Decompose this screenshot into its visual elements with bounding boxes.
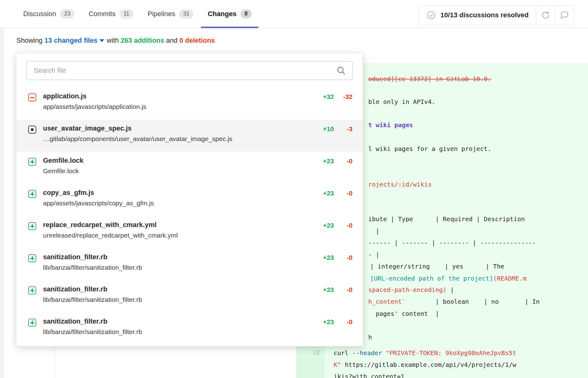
tab-count-badge: 11 (119, 9, 133, 19)
summary-with: with (107, 37, 119, 44)
tab-commits[interactable]: Commits 11 (89, 0, 133, 28)
discussions-action-group: 10/13 discussions resolved (419, 5, 574, 25)
tab-discussion[interactable]: Discussion 23 (23, 0, 74, 28)
diff-line: K" https://gitlab.example.com/api/v4/pro… (334, 360, 516, 369)
file-path: unreleased/replace_redcarpet_with_cmark.… (43, 231, 178, 239)
changed-file-row[interactable]: sanitization_filter.rb lib/banzai/filter… (16, 248, 363, 281)
diff-line: ikis?with_content=1 (334, 372, 404, 378)
file-additions: +23 (309, 286, 334, 294)
search-icon (336, 66, 346, 77)
changed-files-dropdown-toggle[interactable]: 13 changed files (45, 37, 105, 44)
diff-line: spaced-path-encoding) | (368, 285, 454, 294)
file-path: …gitlab/app/components/user_avatar/user_… (43, 135, 232, 143)
tab-count-badge: 31 (179, 9, 193, 19)
file-diff-stats: +23 -0 (309, 253, 363, 261)
additions-count: 263 additions (121, 37, 164, 44)
diff-line: | (376, 226, 379, 236)
changed-file-row[interactable]: copy_as_gfm.js app/assets/javascripts/co… (16, 184, 363, 216)
changed-files-dropdown: application.js app/assets/javascripts/ap… (16, 53, 363, 346)
check-circle-icon (426, 11, 436, 20)
file-additions: +32 (309, 93, 334, 101)
tab-count-badge: 8 (240, 9, 252, 19)
diff-line: - | (368, 250, 379, 259)
tab-changes[interactable]: Changes 8 (208, 0, 252, 28)
file-added-icon (28, 254, 36, 262)
file-name: application.js (43, 92, 146, 100)
file-removed-icon (28, 93, 36, 101)
file-deletions: -32 (334, 93, 352, 101)
diff-line-number: 22 (313, 349, 320, 356)
tab-count-badge: 23 (60, 9, 74, 19)
changed-file-row[interactable]: sanitization_filter.rb lib/banzai/filter… (16, 281, 363, 313)
file-deletions: -0 (334, 286, 352, 294)
file-added-icon (28, 319, 36, 327)
diff-line: oduced][ce-13372] in GitLab 10.0. (368, 74, 491, 84)
file-deletions: -0 (334, 318, 352, 326)
file-name: copy_as_gfm.js (43, 189, 154, 197)
changed-file-row[interactable]: replace_redcarpet_with_cmark.yml unrelea… (16, 216, 363, 248)
file-diff-stats: +23 -0 (309, 189, 363, 197)
merge-request-tab-bar: Discussion 23 Commits 11 Pipelines 31 Ch… (0, 0, 588, 28)
content-card-left-border (54, 346, 55, 378)
diff-line: [URL-encoded path of the project](README… (370, 274, 527, 283)
tab-label: Pipelines (148, 10, 175, 18)
resolve-in-new-issue-button[interactable] (536, 5, 555, 25)
diff-line: h_content` | boolean | no | In (368, 297, 540, 306)
file-added-icon (28, 190, 36, 198)
changed-file-row[interactable]: user_avatar_image_spec.js …gitlab/app/co… (16, 120, 363, 152)
page-left-edge (0, 18, 4, 378)
diff-line: ------ | ------- | -------- | ----------… (368, 238, 536, 247)
tabs: Discussion 23 Commits 11 Pipelines 31 Ch… (23, 0, 252, 28)
comment-icon (560, 11, 569, 19)
discussions-resolved-status: 10/13 discussions resolved (419, 5, 536, 25)
changed-file-list: application.js app/assets/javascripts/ap… (16, 88, 363, 345)
file-path: Gemfile.lock (43, 167, 84, 175)
file-added-icon (28, 286, 36, 294)
file-path: lib/banzai/filter/sanitization_filter.rb (43, 296, 142, 303)
file-deletions: -0 (334, 157, 352, 165)
file-name: Gemfile.lock (43, 157, 84, 165)
tab-label: Commits (89, 10, 115, 18)
file-diff-stats: +23 -0 (309, 157, 363, 165)
resolved-count-text: 10/13 discussions resolved (440, 11, 529, 19)
diff-line: h (368, 333, 372, 342)
summary-prefix: Showing (16, 37, 42, 44)
changes-summary: Showing 13 changed files with 263 additi… (16, 37, 215, 45)
file-path: app/assets/javascripts/application.js (43, 103, 146, 110)
file-deletions: -0 (334, 254, 352, 261)
file-deletions: -0 (334, 222, 352, 229)
diff-line: ibute | Type | Required | Description (368, 214, 525, 224)
file-name: sanitization_filter.rb (43, 317, 142, 325)
summary-and: and (166, 37, 178, 44)
file-additions: +23 (309, 254, 334, 261)
file-path: app/assets/javascripts/copy_as_gfm.js (43, 199, 154, 207)
file-name: user_avatar_image_spec.js (43, 124, 232, 132)
file-additions: +23 (309, 222, 334, 229)
file-search (26, 61, 353, 80)
file-additions: +23 (309, 190, 334, 197)
diff-line: t wiki pages (368, 120, 413, 130)
file-additions: +23 (309, 318, 334, 326)
file-name: sanitization_filter.rb (43, 285, 142, 293)
tab-pipelines[interactable]: Pipelines 31 (148, 0, 193, 28)
file-deletions: -3 (334, 125, 352, 133)
diff-line: ble only in APIv4. (368, 97, 435, 106)
changed-file-row[interactable]: Gemfile.lock Gemfile.lock +23 -0 (16, 152, 363, 184)
chevron-down-icon (99, 39, 104, 42)
changed-file-row[interactable]: application.js app/assets/javascripts/ap… (16, 88, 363, 120)
diff-line: curl --header "PRIVATE-TOKEN: 9koXpg98eA… (334, 348, 516, 358)
tab-label: Changes (208, 10, 236, 18)
tab-label: Discussion (23, 10, 56, 18)
search-file-input[interactable] (26, 61, 353, 80)
resolve-in-new-issue-icon (541, 11, 550, 19)
file-name: sanitization_filter.rb (43, 253, 142, 261)
file-diff-stats: +23 -0 (309, 317, 363, 326)
file-deletions: -0 (334, 190, 352, 197)
file-diff-stats: +10 -3 (309, 124, 363, 133)
diff-line: rojects/:id/wikis (368, 180, 432, 189)
diff-line: pages' content | (376, 309, 439, 318)
toggle-comments-button[interactable] (555, 5, 574, 25)
changed-file-row[interactable]: sanitization_filter.rb lib/banzai/filter… (16, 313, 363, 345)
deletions-count: 0 deletions (179, 37, 215, 44)
file-modified-icon (28, 126, 36, 134)
